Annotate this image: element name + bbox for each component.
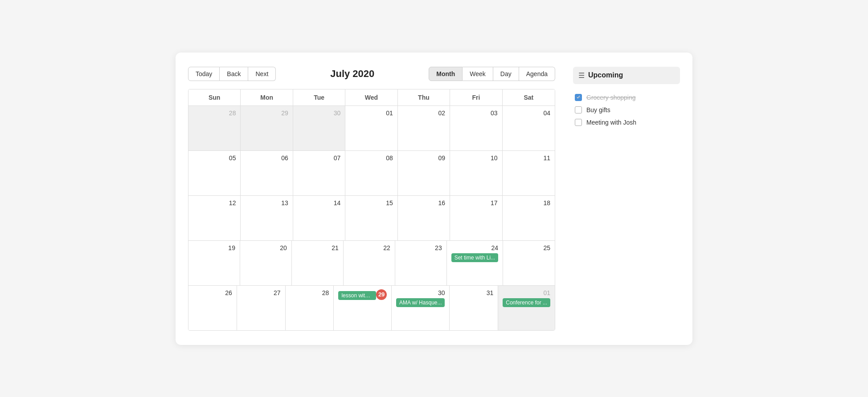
day-number: 14: [298, 199, 340, 207]
header-sat: Sat: [503, 89, 555, 106]
day-number: 03: [454, 109, 497, 117]
day-cell[interactable]: 01: [345, 106, 397, 150]
day-cell[interactable]: 02: [398, 106, 450, 150]
week-row: 26272829lesson with Prof...30AMA w/ Hasq…: [188, 286, 555, 330]
day-cell[interactable]: 08: [345, 151, 397, 195]
day-number: 24: [451, 244, 498, 251]
day-cell[interactable]: 24Set time with Li...: [447, 241, 503, 285]
upcoming-checkbox[interactable]: [575, 94, 582, 101]
day-cell[interactable]: 31: [450, 286, 498, 330]
day-cell[interactable]: 09: [398, 151, 450, 195]
day-cell[interactable]: 20: [240, 241, 292, 285]
calendar-grid: Sun Mon Tue Wed Thu Fri Sat 282930010203…: [188, 89, 555, 331]
day-cell[interactable]: 10: [450, 151, 502, 195]
day-cell[interactable]: 28: [286, 286, 334, 330]
day-cell[interactable]: 22: [344, 241, 395, 285]
view-button-group: Month Week Day Agenda: [429, 67, 555, 81]
day-cell[interactable]: 23: [395, 241, 447, 285]
day-number: 25: [508, 244, 550, 251]
upcoming-label: Grocery shopping: [586, 94, 636, 101]
toolbar: Today Back Next July 2020 Month Week Day…: [188, 67, 555, 81]
week-row: 192021222324Set time with Li...25: [188, 241, 555, 286]
day-cell[interactable]: 30AMA w/ Hasque...: [392, 286, 450, 330]
upcoming-item: Grocery shopping: [573, 91, 680, 104]
day-cell[interactable]: 30: [293, 106, 345, 150]
day-cell[interactable]: 12: [188, 196, 241, 240]
day-cell[interactable]: 28: [188, 106, 241, 150]
day-number: 09: [402, 154, 445, 162]
day-cell[interactable]: 13: [241, 196, 293, 240]
day-number: 11: [507, 154, 550, 162]
day-cell[interactable]: 01Conference for ...: [498, 286, 555, 330]
week-row: 05060708091011: [188, 151, 555, 196]
upcoming-item: Buy gifts: [573, 104, 680, 116]
day-cell[interactable]: 25: [503, 241, 555, 285]
day-cell[interactable]: 27: [237, 286, 286, 330]
upcoming-icon: ☰: [578, 71, 585, 80]
day-number: 31: [454, 289, 493, 296]
day-number: 27: [242, 289, 281, 296]
sidebar: ☰ Upcoming Grocery shoppingBuy giftsMeet…: [573, 67, 680, 331]
day-number: 17: [454, 199, 497, 207]
next-button[interactable]: Next: [248, 67, 276, 81]
day-number: 30: [298, 109, 340, 117]
view-week-button[interactable]: Week: [463, 67, 493, 81]
header-tue: Tue: [293, 89, 345, 106]
day-cell[interactable]: 11: [503, 151, 555, 195]
day-number: 05: [193, 154, 236, 162]
weeks: 2829300102030405060708091011121314151617…: [188, 106, 555, 330]
day-cell[interactable]: 15: [345, 196, 397, 240]
day-cell[interactable]: 06: [241, 151, 293, 195]
day-number: 04: [507, 109, 550, 117]
event-pill[interactable]: Conference for ...: [503, 298, 550, 307]
day-cell[interactable]: 21: [292, 241, 344, 285]
day-number: 15: [350, 199, 393, 207]
day-cell[interactable]: 05: [188, 151, 241, 195]
view-month-button[interactable]: Month: [429, 67, 463, 81]
month-title: July 2020: [276, 68, 429, 80]
day-cell[interactable]: 29lesson with Prof...: [334, 286, 392, 330]
event-pill[interactable]: AMA w/ Hasque...: [396, 298, 445, 307]
day-number: 16: [402, 199, 445, 207]
view-agenda-button[interactable]: Agenda: [519, 67, 555, 81]
event-pill[interactable]: Set time with Li...: [451, 253, 498, 262]
day-number: 20: [245, 244, 287, 251]
day-cell[interactable]: 04: [503, 106, 555, 150]
day-number: 23: [400, 244, 442, 251]
day-number: 08: [350, 154, 393, 162]
day-number-badge: 29: [376, 289, 387, 300]
day-cell[interactable]: 03: [450, 106, 502, 150]
day-number: 18: [507, 199, 550, 207]
upcoming-checkbox[interactable]: [575, 106, 582, 113]
day-cell[interactable]: 16: [398, 196, 450, 240]
event-pill[interactable]: lesson with Prof...: [338, 291, 376, 300]
day-number: 07: [298, 154, 340, 162]
day-cell[interactable]: 29: [241, 106, 293, 150]
day-cell[interactable]: 26: [188, 286, 237, 330]
day-number: 29: [245, 109, 288, 117]
day-number: 12: [193, 199, 236, 207]
day-cell[interactable]: 18: [503, 196, 555, 240]
day-cell[interactable]: 14: [293, 196, 345, 240]
day-cell[interactable]: 19: [188, 241, 240, 285]
day-number: 26: [193, 289, 232, 296]
view-day-button[interactable]: Day: [493, 67, 519, 81]
upcoming-label: Buy gifts: [586, 106, 610, 113]
day-number: 19: [193, 244, 235, 251]
calendar-section: Today Back Next July 2020 Month Week Day…: [188, 67, 555, 331]
week-row: 28293001020304: [188, 106, 555, 151]
day-headers: Sun Mon Tue Wed Thu Fri Sat: [188, 89, 555, 106]
header-thu: Thu: [398, 89, 450, 106]
today-button[interactable]: Today: [188, 67, 220, 81]
header-wed: Wed: [345, 89, 397, 106]
day-cell[interactable]: 07: [293, 151, 345, 195]
header-mon: Mon: [241, 89, 293, 106]
back-button[interactable]: Back: [220, 67, 248, 81]
day-cell[interactable]: 17: [450, 196, 502, 240]
day-number: 28: [193, 109, 236, 117]
nav-button-group: Today Back Next: [188, 67, 276, 81]
day-number: 22: [348, 244, 390, 251]
upcoming-checkbox[interactable]: [575, 119, 582, 126]
day-number: 21: [296, 244, 339, 251]
upcoming-list: Grocery shoppingBuy giftsMeeting with Jo…: [573, 91, 680, 129]
